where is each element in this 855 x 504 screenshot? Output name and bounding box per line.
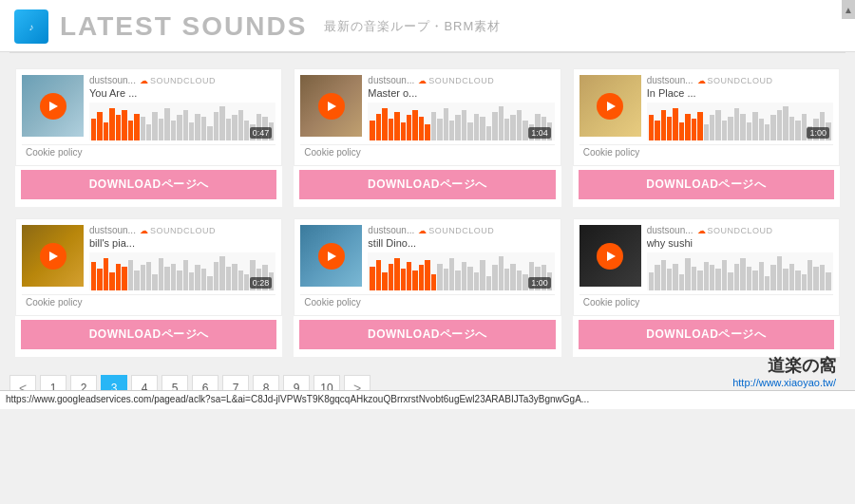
thumbnail-1	[22, 75, 84, 137]
duration-2: 1:04	[528, 127, 551, 139]
logo-text: ♪	[29, 22, 34, 32]
sc-user-1: dustsoun...	[89, 75, 136, 85]
waveform-bars-4	[89, 252, 276, 290]
waveform-6	[647, 252, 833, 290]
download-btn-2[interactable]: DOWNLOADページへ	[299, 170, 555, 199]
sc-title-6: why sushi	[647, 237, 833, 249]
waveform-bars-5	[368, 252, 554, 290]
cookie-policy-4[interactable]: Cookie policy	[22, 294, 276, 309]
waveform-5: 1:00	[368, 252, 554, 290]
play-button-5[interactable]	[318, 243, 345, 270]
soundcloud-widget-3: dustsoun... ☁ SOUNDCLOUD In Place ... 1:…	[573, 68, 840, 166]
cookie-policy-3[interactable]: Cookie policy	[580, 144, 833, 159]
waveform-3: 1:00	[647, 103, 833, 140]
status-bar: https://www.googleadservices.com/pagead/…	[0, 390, 855, 409]
widget-info-6: dustsoun... ☁ SOUNDCLOUD why sushi	[647, 225, 833, 290]
sound-card-2: dustsoun... ☁ SOUNDCLOUD Master o... 1:0…	[294, 68, 560, 207]
waveform-bars-3	[647, 103, 833, 140]
widget-info-5: dustsoun... ☁ SOUNDCLOUD still Dino... 1…	[368, 225, 554, 290]
footer-watermark: 道楽の窩 http://www.xiaoyao.tw/	[732, 354, 836, 388]
header: ♪ LATEST SOUNDS 最新の音楽ループ・BRM素材	[0, 0, 855, 52]
sound-card-4: dustsoun... ☁ SOUNDCLOUD bill's pia... 0…	[15, 218, 282, 357]
soundcloud-icon-6: ☁ SOUNDCLOUD	[697, 226, 773, 235]
watermark-logo: 道楽の窩	[732, 354, 836, 377]
download-btn-1[interactable]: DOWNLOADページへ	[21, 170, 276, 199]
sc-user-6: dustsoun...	[647, 225, 694, 235]
play-button-6[interactable]	[597, 243, 623, 270]
cookie-policy-6[interactable]: Cookie policy	[580, 294, 833, 309]
sound-card-3: dustsoun... ☁ SOUNDCLOUD In Place ... 1:…	[573, 68, 840, 207]
waveform-bars-2	[368, 103, 554, 140]
soundcloud-widget-6: dustsoun... ☁ SOUNDCLOUD why sushi Cooki…	[573, 218, 840, 316]
thumbnail-5	[300, 225, 362, 287]
sounds-grid: dustsoun... ☁ SOUNDCLOUD You Are ... 0:4…	[0, 53, 855, 367]
sc-user-2: dustsoun...	[368, 75, 414, 85]
soundcloud-widget-1: dustsoun... ☁ SOUNDCLOUD You Are ... 0:4…	[15, 68, 282, 166]
sound-card-5: dustsoun... ☁ SOUNDCLOUD still Dino... 1…	[294, 218, 560, 357]
thumbnail-3	[580, 75, 641, 137]
widget-info-2: dustsoun... ☁ SOUNDCLOUD Master o... 1:0…	[368, 75, 554, 140]
soundcloud-icon-4: ☁ SOUNDCLOUD	[140, 226, 216, 235]
sc-title-5: still Dino...	[368, 237, 554, 249]
play-button-4[interactable]	[40, 243, 66, 270]
waveform-4: 0:28	[89, 252, 276, 290]
widget-info-4: dustsoun... ☁ SOUNDCLOUD bill's pia... 0…	[89, 225, 276, 290]
waveform-bars-1	[89, 103, 276, 140]
scroll-up-arrow[interactable]: ▲	[842, 0, 855, 19]
widget-info-1: dustsoun... ☁ SOUNDCLOUD You Are ... 0:4…	[89, 75, 276, 140]
page-subtitle: 最新の音楽ループ・BRM素材	[324, 18, 501, 35]
thumbnail-4	[22, 225, 84, 287]
widget-info-3: dustsoun... ☁ SOUNDCLOUD In Place ... 1:…	[647, 75, 833, 140]
sc-user-3: dustsoun...	[647, 75, 694, 85]
soundcloud-widget-4: dustsoun... ☁ SOUNDCLOUD bill's pia... 0…	[15, 218, 282, 316]
site-logo: ♪	[14, 9, 48, 44]
thumbnail-2	[300, 75, 362, 137]
play-button-1[interactable]	[40, 93, 66, 120]
cookie-policy-1[interactable]: Cookie policy	[22, 144, 276, 159]
sc-title-4: bill's pia...	[89, 237, 276, 249]
download-btn-6[interactable]: DOWNLOADページへ	[579, 320, 834, 349]
soundcloud-widget-2: dustsoun... ☁ SOUNDCLOUD Master o... 1:0…	[294, 68, 560, 166]
waveform-2: 1:04	[368, 103, 554, 140]
duration-5: 1:00	[528, 277, 551, 289]
play-button-2[interactable]	[318, 93, 345, 120]
sc-title-1: You Are ...	[89, 87, 276, 99]
duration-4: 0:28	[250, 277, 273, 289]
waveform-1: 0:47	[89, 103, 276, 140]
soundcloud-icon-2: ☁ SOUNDCLOUD	[418, 76, 494, 85]
soundcloud-icon-5: ☁ SOUNDCLOUD	[418, 226, 494, 235]
sc-title-3: In Place ...	[647, 87, 833, 99]
page-title: LATEST SOUNDS	[60, 11, 307, 42]
sound-card-1: dustsoun... ☁ SOUNDCLOUD You Are ... 0:4…	[15, 68, 282, 207]
soundcloud-icon-1: ☁ SOUNDCLOUD	[140, 76, 216, 85]
duration-3: 1:00	[807, 127, 829, 139]
watermark-url[interactable]: http://www.xiaoyao.tw/	[732, 377, 836, 388]
sound-card-6: dustsoun... ☁ SOUNDCLOUD why sushi Cooki…	[573, 218, 840, 357]
waveform-bars-6	[647, 252, 833, 290]
download-btn-3[interactable]: DOWNLOADページへ	[579, 170, 834, 199]
cookie-policy-5[interactable]: Cookie policy	[300, 294, 554, 309]
duration-1: 0:47	[250, 127, 273, 139]
soundcloud-icon-3: ☁ SOUNDCLOUD	[697, 76, 773, 85]
play-button-3[interactable]	[597, 93, 623, 120]
sc-user-4: dustsoun...	[89, 225, 136, 235]
sc-user-5: dustsoun...	[368, 225, 414, 235]
soundcloud-widget-5: dustsoun... ☁ SOUNDCLOUD still Dino... 1…	[294, 218, 560, 316]
thumbnail-6	[580, 225, 641, 287]
sc-title-2: Master o...	[368, 87, 554, 99]
download-btn-4[interactable]: DOWNLOADページへ	[21, 320, 276, 349]
cookie-policy-2[interactable]: Cookie policy	[300, 144, 554, 159]
download-btn-5[interactable]: DOWNLOADページへ	[299, 320, 555, 349]
